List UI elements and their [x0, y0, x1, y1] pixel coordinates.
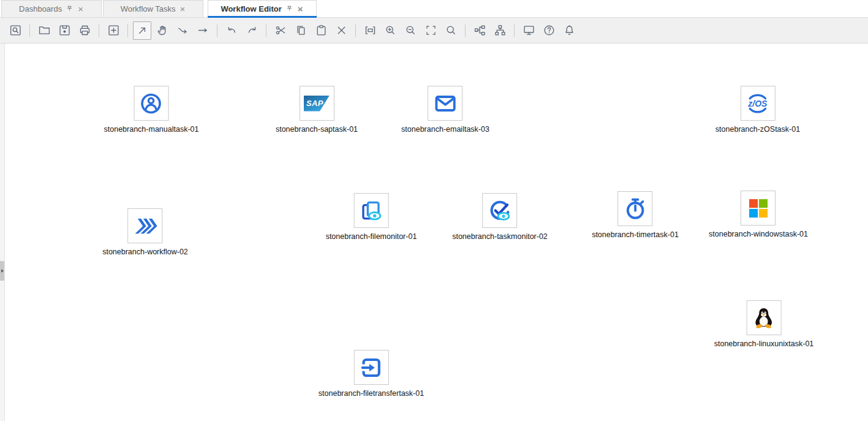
zoom-button[interactable]	[442, 21, 460, 40]
layout-horizontal-button[interactable]	[470, 21, 489, 40]
layout-vertical-button[interactable]	[491, 21, 509, 40]
workflow-editor-app: Dashboards×Workflow Tasks×Workflow Edito…	[0, 0, 868, 421]
node-label: stonebranch-linuxunixtask-01	[714, 339, 814, 348]
notifications-icon	[563, 24, 576, 37]
save-icon	[58, 24, 71, 37]
node-box[interactable]	[428, 86, 462, 121]
tab-workflow-editor[interactable]: Workflow Editor×	[208, 0, 317, 17]
tab-dashboards[interactable]: Dashboards×	[1, 0, 102, 17]
node-box[interactable]	[128, 208, 163, 243]
select-button[interactable]	[133, 21, 151, 40]
sap-icon: SAP	[304, 96, 330, 112]
tab-label: Workflow Editor	[221, 4, 281, 13]
help-button[interactable]	[540, 21, 558, 40]
toolbar-separator	[355, 25, 356, 37]
node-label: stonebranch-workflow-02	[102, 248, 188, 256]
save-button[interactable]	[55, 21, 74, 40]
overview-button[interactable]	[6, 21, 25, 40]
delete-icon	[335, 24, 348, 37]
print-icon	[78, 24, 91, 37]
zoom-icon	[445, 24, 458, 37]
tab-close-icon[interactable]: ×	[77, 4, 84, 13]
node-label: stonebranch-zOStask-01	[715, 125, 800, 134]
toolbar-separator	[266, 25, 266, 37]
svg-text:z/OS: z/OS	[747, 99, 768, 108]
fit-selection-icon	[425, 24, 437, 37]
undo-icon	[225, 24, 238, 37]
workflow-node-zOStask-01[interactable]: z/OSstonebranch-zOStask-01	[715, 86, 800, 134]
workflow-node-filemonitor-01[interactable]: stonebranch-filemonitor-01	[326, 193, 417, 241]
print-button[interactable]	[75, 21, 94, 40]
timer-icon	[623, 197, 647, 221]
delete-button[interactable]	[332, 21, 350, 40]
workflow-node-filetransfertask-01[interactable]: stonebranch-filetransfertask-01	[319, 350, 424, 398]
display-button[interactable]	[519, 21, 538, 40]
fit-to-width-button[interactable]	[361, 21, 379, 40]
undo-button[interactable]	[222, 21, 241, 40]
open-button[interactable]	[35, 21, 53, 40]
tab-close-icon[interactable]: ×	[297, 4, 304, 13]
splitter-expand-handle[interactable]	[0, 261, 4, 281]
copy-icon	[295, 24, 308, 37]
node-label: stonebranch-emailtask-03	[401, 125, 489, 134]
zoom-in-button[interactable]	[381, 21, 399, 40]
workflow-node-emailtask-03[interactable]: stonebranch-emailtask-03	[401, 86, 489, 134]
node-box[interactable]	[482, 193, 517, 228]
layout-vertical-icon	[494, 24, 507, 37]
add-icon	[107, 24, 120, 37]
pin-icon[interactable]	[285, 5, 293, 13]
panel-splitter[interactable]	[0, 44, 5, 421]
fit-to-width-icon	[364, 24, 377, 37]
overview-icon	[9, 24, 22, 37]
fit-selection-button[interactable]	[421, 21, 440, 40]
workflow-node-saptask-01[interactable]: SAPstonebranch-saptask-01	[276, 86, 358, 134]
node-box[interactable]	[617, 191, 652, 226]
toolbar-separator	[217, 25, 217, 37]
tab-workflow-tasks[interactable]: Workflow Tasks×	[103, 0, 203, 17]
pan-button[interactable]	[153, 21, 172, 40]
task-monitor-icon	[488, 199, 512, 223]
node-label: stonebranch-manualtask-01	[104, 125, 199, 134]
add-button[interactable]	[104, 21, 123, 40]
copy-button[interactable]	[292, 21, 310, 40]
pin-icon[interactable]	[66, 5, 74, 13]
node-label: stonebranch-filemonitor-01	[326, 232, 417, 241]
node-box[interactable]	[747, 300, 782, 335]
workflow-node-windowstask-01[interactable]: stonebranch-windowstask-01	[709, 191, 808, 238]
node-box[interactable]	[741, 191, 776, 226]
zoom-in-icon	[384, 24, 397, 37]
connector-elbow-button[interactable]	[173, 21, 192, 40]
node-label: stonebranch-taskmonitor-02	[452, 232, 548, 241]
open-icon	[38, 24, 51, 37]
select-icon	[136, 24, 149, 37]
workflow-node-manualtask-01[interactable]: stonebranch-manualtask-01	[104, 86, 199, 134]
toolbar-separator	[127, 25, 128, 37]
cut-button[interactable]	[271, 21, 290, 40]
windows-icon	[746, 196, 771, 221]
zos-icon: z/OS	[745, 91, 770, 116]
workflow-node-linuxunixtask-01[interactable]: stonebranch-linuxunixtask-01	[714, 300, 814, 348]
node-box[interactable]: z/OS	[740, 86, 775, 121]
tab-close-icon[interactable]: ×	[179, 4, 186, 13]
notifications-button[interactable]	[560, 21, 578, 40]
toolbar-separator	[465, 25, 466, 37]
paste-button[interactable]	[312, 21, 330, 40]
node-label: stonebranch-filetransfertask-01	[319, 389, 424, 398]
workflow-node-timertask-01[interactable]: stonebranch-timertask-01	[592, 191, 679, 239]
redo-icon	[246, 24, 259, 37]
redo-button[interactable]	[243, 21, 261, 40]
node-box[interactable]	[134, 86, 168, 121]
pan-icon	[156, 24, 169, 37]
layout-horizontal-icon	[474, 24, 486, 37]
connector-straight-button[interactable]	[194, 21, 212, 40]
cut-icon	[274, 24, 287, 37]
workflow-canvas[interactable]: stonebranch-manualtask-01SAPstonebranch-…	[0, 44, 868, 421]
node-box[interactable]	[354, 350, 389, 385]
editor-toolbar	[0, 18, 868, 44]
workflow-node-taskmonitor-02[interactable]: stonebranch-taskmonitor-02	[452, 193, 548, 241]
zoom-out-button[interactable]	[401, 21, 420, 40]
workflow-node-workflow-02[interactable]: stonebranch-workflow-02	[102, 208, 188, 256]
node-box[interactable]: SAP	[299, 86, 334, 121]
node-box[interactable]	[353, 193, 388, 228]
linux-icon	[752, 306, 776, 330]
